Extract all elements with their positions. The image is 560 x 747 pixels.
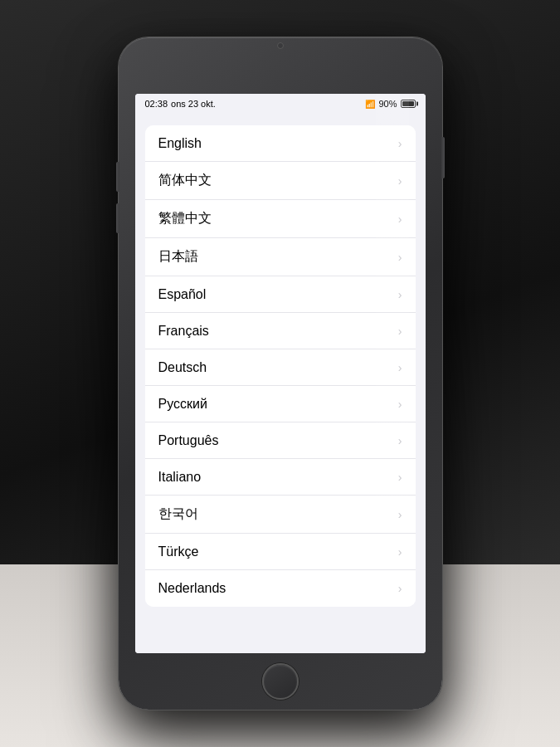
chevron-icon-japanese: › [398, 251, 402, 264]
language-item-english[interactable]: English› [145, 125, 416, 162]
language-label-portuguese: Português [158, 433, 219, 448]
language-label-russian: Русский [158, 397, 207, 412]
wifi-icon: 📶 [365, 100, 375, 109]
language-item-spanish[interactable]: Español› [145, 276, 416, 313]
battery-percent: 90% [378, 99, 397, 109]
status-date: ons 23 okt. [171, 99, 216, 109]
ipad-screen: 02:38 ons 23 okt. 📶 90% Eng [135, 94, 426, 653]
battery-fill [402, 101, 414, 106]
language-label-turkish: Türkçe [158, 544, 199, 559]
language-label-french: Français [158, 324, 209, 339]
language-label-korean: 한국어 [158, 505, 198, 523]
volume-up-button[interactable] [116, 162, 119, 192]
chevron-icon-portuguese: › [398, 434, 402, 447]
chevron-icon-korean: › [398, 508, 402, 521]
language-label-dutch: Nederlands [158, 581, 226, 596]
chevron-icon-dutch: › [398, 582, 402, 595]
chevron-icon-english: › [398, 137, 402, 150]
language-item-simplified-chinese[interactable]: 简体中文› [145, 162, 416, 200]
language-item-italian[interactable]: Italiano› [145, 459, 416, 496]
scene: 02:38 ons 23 okt. 📶 90% Eng [0, 0, 560, 747]
volume-down-button[interactable] [116, 203, 119, 233]
chevron-icon-turkish: › [398, 545, 402, 559]
language-list: English›简体中文›繁體中文›日本語›Español›Français›D… [135, 112, 426, 653]
chevron-icon-russian: › [398, 398, 402, 411]
language-item-korean[interactable]: 한국어› [145, 496, 416, 534]
status-indicators: 📶 90% [365, 99, 415, 109]
chevron-icon-german: › [398, 361, 402, 374]
language-item-japanese[interactable]: 日本語› [145, 238, 416, 276]
ipad-body: 02:38 ons 23 okt. 📶 90% Eng [119, 37, 442, 710]
chevron-icon-spanish: › [398, 288, 402, 301]
language-item-french[interactable]: Français› [145, 313, 416, 349]
ipad-top-bar [256, 37, 305, 54]
language-label-english: English [158, 136, 202, 151]
chevron-icon-italian: › [398, 471, 402, 484]
language-item-dutch[interactable]: Nederlands› [145, 570, 416, 607]
language-item-portuguese[interactable]: Português› [145, 422, 416, 459]
language-label-japanese: 日本語 [158, 248, 198, 266]
language-item-turkish[interactable]: Türkçe› [145, 534, 416, 570]
ipad-wrapper: 02:38 ons 23 okt. 📶 90% Eng [114, 33, 446, 714]
language-item-russian[interactable]: Русский› [145, 386, 416, 422]
home-button[interactable] [262, 663, 299, 700]
status-time: 02:38 [145, 99, 168, 109]
status-bar: 02:38 ons 23 okt. 📶 90% [135, 94, 426, 112]
language-label-simplified-chinese: 简体中文 [158, 172, 212, 189]
language-item-traditional-chinese[interactable]: 繁體中文› [145, 200, 416, 238]
language-label-spanish: Español [158, 287, 207, 302]
chevron-icon-simplified-chinese: › [398, 174, 402, 188]
status-time-date: 02:38 ons 23 okt. [145, 99, 216, 109]
language-label-traditional-chinese: 繁體中文 [158, 210, 212, 227]
language-label-german: Deutsch [158, 360, 207, 375]
chevron-icon-french: › [398, 325, 402, 338]
language-list-section: English›简体中文›繁體中文›日本語›Español›Français›D… [145, 125, 416, 607]
language-item-german[interactable]: Deutsch› [145, 349, 416, 386]
chevron-icon-traditional-chinese: › [398, 212, 402, 226]
language-label-italian: Italiano [158, 470, 202, 485]
front-camera [277, 42, 284, 49]
battery-icon [401, 100, 416, 108]
power-button[interactable] [441, 137, 445, 178]
